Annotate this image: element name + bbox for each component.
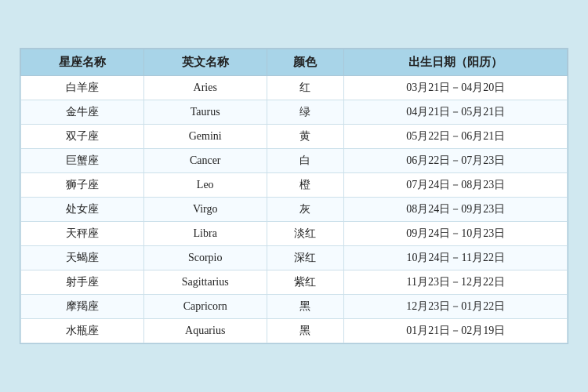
- table-row: 金牛座Taurus绿04月21日－05月21日: [21, 100, 568, 125]
- cell-dates: 03月21日－04月20日: [344, 76, 568, 100]
- cell-english-name: Sagittarius: [143, 270, 267, 295]
- table-header-row: 星座名称 英文名称 颜色 出生日期（阳历）: [21, 49, 568, 76]
- header-chinese-name: 星座名称: [21, 49, 144, 76]
- cell-color: 黄: [267, 125, 344, 149]
- cell-dates: 04月21日－05月21日: [344, 100, 568, 125]
- cell-english-name: Gemini: [143, 125, 267, 149]
- cell-chinese-name: 天蝎座: [21, 246, 144, 270]
- table-row: 白羊座Aries红03月21日－04月20日: [21, 76, 568, 100]
- cell-chinese-name: 摩羯座: [21, 295, 144, 319]
- cell-dates: 08月24日－09月23日: [344, 198, 568, 222]
- cell-dates: 10月24日－11月22日: [344, 246, 568, 270]
- cell-chinese-name: 天秤座: [21, 222, 144, 246]
- cell-dates: 06月22日－07月23日: [344, 149, 568, 173]
- cell-dates: 11月23日－12月22日: [344, 270, 568, 295]
- zodiac-table: 星座名称 英文名称 颜色 出生日期（阳历） 白羊座Aries红03月21日－04…: [20, 49, 568, 343]
- zodiac-table-wrapper: 星座名称 英文名称 颜色 出生日期（阳历） 白羊座Aries红03月21日－04…: [20, 48, 568, 344]
- cell-chinese-name: 射手座: [21, 270, 144, 295]
- cell-chinese-name: 水瓶座: [21, 319, 144, 343]
- table-row: 处女座Virgo灰08月24日－09月23日: [21, 198, 568, 222]
- cell-color: 白: [267, 149, 344, 173]
- table-row: 水瓶座Aquarius黑01月21日－02月19日: [21, 319, 568, 343]
- cell-english-name: Taurus: [143, 100, 267, 125]
- table-row: 天秤座Libra淡红09月24日－10月23日: [21, 222, 568, 246]
- header-birthdate: 出生日期（阳历）: [344, 49, 568, 76]
- cell-color: 红: [267, 76, 344, 100]
- header-english-name: 英文名称: [143, 49, 267, 76]
- cell-english-name: Leo: [143, 173, 267, 198]
- table-body: 白羊座Aries红03月21日－04月20日金牛座Taurus绿04月21日－0…: [21, 76, 568, 343]
- cell-dates: 07月24日－08月23日: [344, 173, 568, 198]
- cell-chinese-name: 狮子座: [21, 173, 144, 198]
- cell-color: 深红: [267, 246, 344, 270]
- cell-chinese-name: 金牛座: [21, 100, 144, 125]
- table-row: 天蝎座Scorpio深红10月24日－11月22日: [21, 246, 568, 270]
- cell-english-name: Libra: [143, 222, 267, 246]
- cell-color: 紫红: [267, 270, 344, 295]
- cell-color: 黑: [267, 319, 344, 343]
- cell-color: 绿: [267, 100, 344, 125]
- cell-color: 橙: [267, 173, 344, 198]
- cell-chinese-name: 巨蟹座: [21, 149, 144, 173]
- cell-chinese-name: 双子座: [21, 125, 144, 149]
- cell-english-name: Aquarius: [143, 319, 267, 343]
- cell-english-name: Capricorn: [143, 295, 267, 319]
- table-row: 摩羯座Capricorn黑12月23日－01月22日: [21, 295, 568, 319]
- header-color: 颜色: [267, 49, 344, 76]
- cell-dates: 05月22日－06月21日: [344, 125, 568, 149]
- cell-english-name: Virgo: [143, 198, 267, 222]
- cell-english-name: Scorpio: [143, 246, 267, 270]
- cell-color: 灰: [267, 198, 344, 222]
- cell-chinese-name: 白羊座: [21, 76, 144, 100]
- table-row: 狮子座Leo橙07月24日－08月23日: [21, 173, 568, 198]
- cell-color: 淡红: [267, 222, 344, 246]
- table-row: 双子座Gemini黄05月22日－06月21日: [21, 125, 568, 149]
- cell-dates: 01月21日－02月19日: [344, 319, 568, 343]
- cell-dates: 09月24日－10月23日: [344, 222, 568, 246]
- table-row: 射手座Sagittarius紫红11月23日－12月22日: [21, 270, 568, 295]
- cell-english-name: Cancer: [143, 149, 267, 173]
- table-row: 巨蟹座Cancer白06月22日－07月23日: [21, 149, 568, 173]
- cell-color: 黑: [267, 295, 344, 319]
- cell-english-name: Aries: [143, 76, 267, 100]
- cell-dates: 12月23日－01月22日: [344, 295, 568, 319]
- cell-chinese-name: 处女座: [21, 198, 144, 222]
